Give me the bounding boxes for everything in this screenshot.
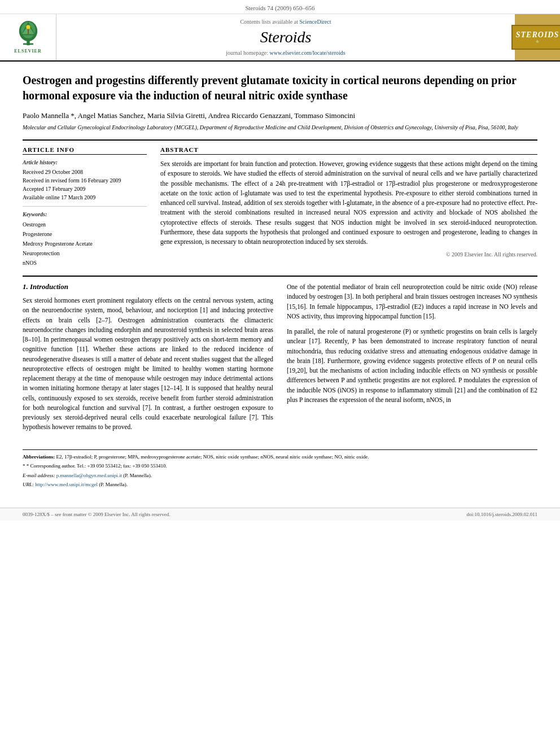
main-content: Oestrogen and progestins differently pre… (0, 62, 560, 502)
keywords-label: Keywords: (23, 211, 147, 217)
keyword-3: Medroxy Progesterone Acetate (23, 239, 147, 248)
contents-available-text: Contents lists available at ScienceDirec… (240, 19, 331, 25)
journal-ref-text: Steroids 74 (2009) 650–656 (245, 5, 314, 11)
intro-para-1: Sex steroid hormones exert prominent reg… (23, 296, 273, 433)
svg-point-6 (26, 25, 30, 29)
url-footnote: URL: http://www.med.unipi.it/mcgel (P. M… (23, 481, 537, 489)
bottom-notes: Abbreviations: E2, 17β-estradiol; P, pro… (23, 449, 537, 489)
footer-bar: 0039-128X/$ – see front matter © 2009 El… (0, 508, 560, 521)
intro-section-title: 1. Introduction (23, 282, 273, 291)
revised-date: Received in revised form 16 February 200… (23, 176, 147, 185)
abbreviations-text: E2, 17β-estradiol; P, progesterone; MPA,… (56, 454, 369, 460)
body-col-right: One of the potential mediator of brain c… (287, 282, 537, 438)
article-info-header: ARTICLE INFO (23, 146, 147, 155)
corresponding-tel: Tel.: +39 050 553412; fax: +39 050 55341… (77, 463, 167, 469)
article-title: Oestrogen and progestins differently pre… (23, 73, 537, 103)
received-date: Received 29 October 2008 (23, 168, 147, 176)
accepted-date: Accepted 17 February 2009 (23, 185, 147, 193)
authors: Paolo Mannella *, Angel Matias Sanchez, … (23, 111, 537, 120)
intro-para-3: In parallel, the role of natural progest… (287, 327, 537, 405)
intro-section-number: 1. (23, 282, 28, 291)
page: Steroids 74 (2009) 650–656 (0, 0, 560, 747)
abbreviations-footnote: Abbreviations: E2, 17β-estradiol; P, pro… (23, 453, 537, 461)
copyright: © 2009 Elsevier Inc. All rights reserved… (160, 251, 537, 257)
info-divider (23, 206, 147, 207)
intro-section-label: Introduction (30, 282, 68, 291)
steroids-badge-sub: ® (516, 40, 559, 44)
available-date: Available online 17 March 2009 (23, 193, 147, 202)
journal-homepage: journal homepage: www.elsevier.com/locat… (226, 50, 345, 56)
intro-para-2: One of the potential mediator of brain c… (287, 282, 537, 321)
keyword-5: nNOS (23, 258, 147, 268)
history-label: Article history: (23, 159, 147, 165)
abstract-column: ABSTRACT Sex steroids are important for … (160, 146, 537, 268)
elsevier-brand-text: ELSEVIER (14, 49, 41, 54)
email-label: E-mail address: (23, 473, 55, 478)
affiliation: Molecular and Cellular Gynecological End… (23, 124, 537, 132)
abstract-header: ABSTRACT (160, 146, 537, 155)
article-info-abstract-section: ARTICLE INFO Article history: Received 2… (23, 139, 537, 268)
abstract-text: Sex steroids are important for brain fun… (160, 159, 537, 247)
journal-header: ELSEVIER Contents lists available at Sci… (0, 14, 560, 62)
email-footnote: E-mail address: p.mannella@obgyn.med.uni… (23, 472, 537, 480)
abbreviations-label: Abbreviations: (23, 454, 55, 460)
url-link[interactable]: http://www.med.unipi.it/mcgel (35, 482, 98, 487)
steroids-badge-title: STEROIDS (516, 30, 559, 40)
journal-homepage-link[interactable]: www.elsevier.com/locate/steroids (269, 50, 345, 56)
corresponding-asterisk: * (23, 463, 25, 469)
sciencedirect-link[interactable]: ScienceDirect (299, 19, 331, 25)
elsevier-logo-section: ELSEVIER (0, 14, 56, 60)
svg-rect-1 (23, 43, 33, 45)
keyword-4: Neuroprotection (23, 248, 147, 258)
keyword-2: Progesterone (23, 229, 147, 239)
journal-title-section: Contents lists available at ScienceDirec… (56, 14, 515, 60)
authors-list: Paolo Mannella *, Angel Matias Sanchez, … (23, 111, 355, 120)
corresponding-footnote: * * Corresponding author. Tel.: +39 050 … (23, 462, 537, 470)
footer-doi: doi:10.1016/j.steroids.2009.02.011 (467, 512, 537, 517)
steroids-badge: STEROIDS ® (511, 25, 560, 50)
body-col-left: 1. Introduction Sex steroid hormones exe… (23, 282, 273, 438)
url-label: URL: (23, 482, 34, 487)
corresponding-text: * Corresponding author. (27, 463, 76, 469)
journal-ref-bar: Steroids 74 (2009) 650–656 (0, 0, 560, 14)
email-name: (P. Mannella). (123, 473, 152, 478)
url-name: (P. Mannella). (99, 482, 128, 487)
body-content: 1. Introduction Sex steroid hormones exe… (23, 276, 537, 438)
article-info-column: ARTICLE INFO Article history: Received 2… (23, 146, 147, 268)
body-two-col: 1. Introduction Sex steroid hormones exe… (23, 282, 537, 438)
elsevier-tree-icon (11, 21, 45, 46)
elsevier-logo: ELSEVIER (11, 21, 45, 54)
journal-title: Steroids (260, 28, 312, 46)
footer-issn: 0039-128X/$ – see front matter © 2009 El… (23, 512, 170, 517)
steroids-badge-section: STEROIDS ® (515, 14, 560, 60)
keyword-1: Oestrogen (23, 220, 147, 229)
email-link[interactable]: p.mannella@obgyn.med.unipi.it (56, 473, 122, 478)
